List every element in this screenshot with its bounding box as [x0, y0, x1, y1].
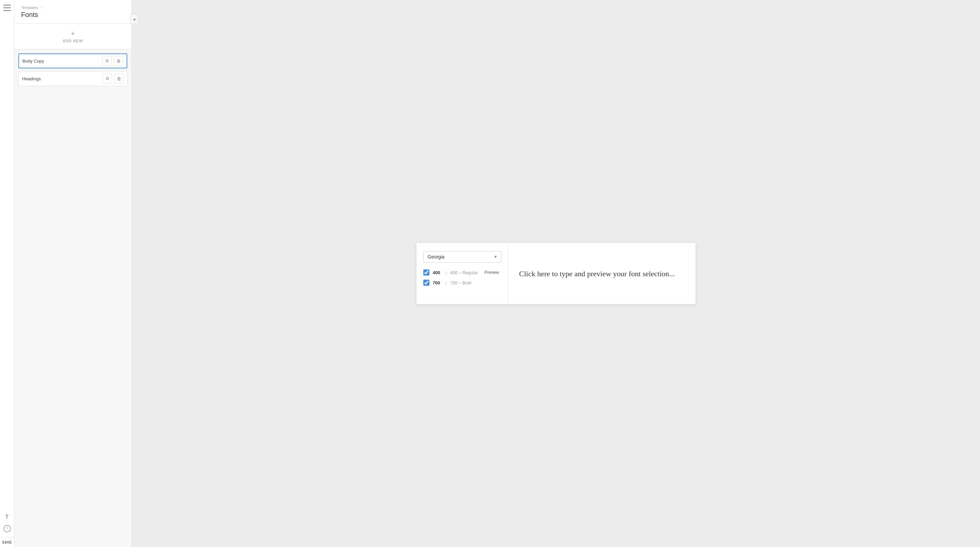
sidebar-header: Templates → Fonts [14, 0, 131, 24]
delete-headings-button[interactable]: 🗑 [114, 74, 124, 83]
weight-700-checkbox[interactable] [423, 280, 430, 286]
main-content: Georgia Arial Helvetica Times New Roman … [132, 0, 980, 547]
font-item-actions: ⧉ 🗑 [102, 74, 124, 83]
font-item-actions: ⧉ 🗑 [102, 56, 123, 66]
breadcrumb: Templates → [21, 5, 124, 10]
icon-bar: T ? ⚙ SAVE [0, 0, 14, 547]
breadcrumb-arrow: → [40, 6, 43, 10]
sidebar-panel: Templates → Fonts + ADD NEW Body Copy ⧉ … [14, 0, 132, 547]
weight-700-name: 700 – Bold [450, 280, 501, 285]
font-controls: Georgia Arial Helvetica Times New Roman … [417, 243, 508, 304]
hamburger-menu-icon[interactable] [3, 5, 11, 11]
weight-400-checkbox[interactable] [423, 269, 430, 275]
help-icon[interactable]: ? [3, 525, 11, 533]
breadcrumb-templates[interactable]: Templates [21, 5, 38, 10]
font-item-headings[interactable]: Headings ⧉ 🗑 [18, 71, 127, 86]
duplicate-headings-button[interactable]: ⧉ [102, 74, 112, 83]
font-item-body-copy[interactable]: Body Copy ⧉ 🗑 [18, 53, 127, 68]
add-new-icon: + [71, 30, 75, 37]
text-icon[interactable]: T [5, 514, 9, 520]
weight-700-number: 700 [433, 280, 442, 285]
sidebar-collapse-button[interactable]: ◀ [130, 14, 138, 24]
add-new-section[interactable]: + ADD NEW [14, 24, 131, 49]
preview-text[interactable]: Click here to type and preview your font… [519, 268, 675, 279]
save-button[interactable]: SAVE [0, 537, 14, 547]
font-item-label: Headings [22, 76, 102, 81]
font-select[interactable]: Georgia Arial Helvetica Times New Roman … [423, 251, 501, 262]
weight-separator: | [446, 270, 447, 275]
font-preview-area[interactable]: Click here to type and preview your font… [508, 243, 695, 304]
font-list: Body Copy ⧉ 🗑 Headings ⧉ 🗑 [14, 49, 131, 90]
page-title: Fonts [21, 11, 124, 19]
delete-body-copy-button[interactable]: 🗑 [114, 56, 123, 66]
add-new-label: ADD NEW [63, 39, 83, 43]
weight-row-400: 400 | 400 – Regular Preview [423, 269, 501, 275]
weight-row-700: 700 | 700 – Bold [423, 280, 501, 286]
duplicate-body-copy-button[interactable]: ⧉ [102, 56, 111, 66]
weight-400-name: 400 – Regular [450, 270, 479, 275]
collapse-icon: ◀ [133, 17, 135, 21]
weight-400-number: 400 [433, 270, 442, 275]
weight-400-preview-button[interactable]: Preview [482, 269, 501, 275]
font-item-label: Body Copy [22, 59, 102, 64]
font-select-wrapper: Georgia Arial Helvetica Times New Roman … [423, 251, 501, 262]
weight-separator: | [446, 280, 447, 285]
font-panel: Georgia Arial Helvetica Times New Roman … [417, 243, 695, 304]
